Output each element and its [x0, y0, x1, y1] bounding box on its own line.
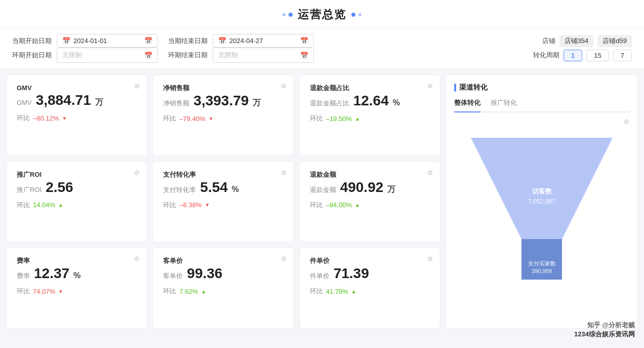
- arrow-up-promo-roi: ▲: [58, 202, 63, 208]
- change-value-avg-order: 7.62%: [179, 288, 198, 295]
- channel-tab-overall[interactable]: 整体转化: [454, 98, 480, 112]
- info-icon-promo-roi[interactable]: ⊘: [134, 169, 140, 176]
- info-icon-gmv[interactable]: ⊘: [134, 82, 140, 90]
- watermark: 知乎 @分析老贼 1234综合娱乐资讯网: [574, 321, 635, 339]
- metric-value-refund-amount: 490.92: [340, 179, 384, 196]
- metric-unit-refund-ratio: %: [393, 98, 400, 107]
- metric-value-pay-rate: 5.54: [200, 179, 228, 196]
- conversion-area: 转化周期 1 15 7: [523, 50, 632, 61]
- dot-2: [289, 13, 293, 17]
- arrow-up-unit-price: ▲: [351, 289, 356, 294]
- info-icon-refund-amount[interactable]: ⊘: [427, 169, 433, 176]
- metric-unit-net-sales: 万: [253, 98, 261, 108]
- metric-main-fee-rate: 费率 12.37 %: [17, 265, 137, 282]
- cycle-end-filter: 环期结束日期 无限制 📅: [168, 48, 314, 63]
- info-icon-unit-price[interactable]: ⊘: [427, 255, 433, 262]
- header-dots-left: [283, 13, 293, 17]
- change-value-promo-roi: 14.04%: [33, 201, 55, 209]
- arrow-down-gmv: ▼: [62, 115, 67, 121]
- start-date-label: 当期开始日期: [12, 36, 53, 46]
- store-area: 店铺 店铺354 店铺d59: [542, 35, 632, 47]
- store-tag-1[interactable]: 店铺354: [559, 35, 594, 47]
- metric-title-net-sales: 净销售额: [163, 84, 189, 92]
- metric-unit-refund-amount: 万: [387, 184, 395, 195]
- store-tag-2[interactable]: 店铺d59: [597, 35, 632, 47]
- watermark-line2: 1234综合娱乐资讯网: [574, 330, 635, 339]
- svg-text:访客数: 访客数: [532, 187, 552, 195]
- main-content: GMV ⊘ GMV 3,884.71 万 环比 –80.12% ▼ 净销售额 ⊘…: [0, 69, 644, 334]
- change-label-promo-roi: 环比: [17, 201, 30, 210]
- metric-sublabel-avg-order: 客单价: [163, 272, 183, 281]
- start-date-input[interactable]: 📅 2024-01-01 📅: [57, 34, 158, 48]
- channel-panel: 渠道转化 整体转化 推广转化 ⊘ 访客数 7,052,097 支付买家数: [446, 74, 638, 329]
- metric-change-avg-order: 环比 7.62% ▲: [163, 287, 283, 296]
- cycle-end-input[interactable]: 无限制 📅: [213, 48, 314, 63]
- metric-card-net-sales: 净销售额 ⊘ 净销售额 3,393.79 万 环比 –79.40% ▼: [152, 74, 294, 156]
- metric-sublabel-unit-price: 件单价: [310, 272, 330, 281]
- metric-change-unit-price: 环比 41.79% ▲: [310, 287, 430, 296]
- metric-value-promo-roi: 2.56: [46, 179, 73, 196]
- change-label-fee-rate: 环比: [17, 287, 30, 296]
- channel-title: 渠道转化: [454, 83, 629, 92]
- metric-value-fee-rate: 12.37: [34, 265, 69, 282]
- cycle-start-filter: 环期开始日期 无限制 📅: [12, 48, 158, 63]
- cycle-start-placeholder: 无限制: [62, 51, 141, 60]
- metric-title-promo-roi: 推广ROI: [17, 171, 42, 178]
- metric-main-gmv: GMV 3,884.71 万: [17, 92, 137, 108]
- cycle-start-input[interactable]: 无限制 📅: [57, 48, 158, 63]
- metric-value-unit-price: 71.39: [334, 265, 369, 282]
- metric-change-promo-roi: 环比 14.04% ▲: [17, 201, 137, 210]
- info-icon-avg-order[interactable]: ⊘: [281, 255, 287, 262]
- page-title: 运营总览: [298, 7, 346, 22]
- filter-row-2: 环期开始日期 无限制 📅 环期结束日期 无限制 📅 转化周期 1 15 7: [12, 48, 632, 63]
- metric-card-avg-order: 客单价 ⊘ 客单价 99.36 环比 7.62% ▲: [152, 247, 294, 329]
- end-date-input[interactable]: 📅 2024-04-27 📅: [213, 34, 314, 48]
- change-label-refund-amount: 环比: [310, 201, 323, 210]
- metric-value-gmv: 3,884.71: [36, 92, 91, 108]
- change-value-unit-price: 41.79%: [326, 288, 348, 295]
- metric-card-unit-price: 件单价 ⊘ 件单价 71.39 环比 41.79% ▲: [299, 247, 440, 329]
- change-label-avg-order: 环比: [163, 287, 176, 296]
- channel-tabs: 整体转化 推广转化: [454, 98, 629, 112]
- cycle-end-label: 环期结束日期: [168, 51, 209, 60]
- svg-text:390,959: 390,959: [532, 268, 552, 274]
- conversion-label: 转化周期: [533, 51, 559, 60]
- metric-change-fee-rate: 环比 74.07% ▼: [17, 287, 137, 296]
- metric-sublabel-refund-ratio: 退款金额占比: [310, 99, 349, 108]
- metric-value-avg-order: 99.36: [187, 265, 222, 282]
- svg-text:7,052,097: 7,052,097: [528, 198, 555, 205]
- metric-main-promo-roi: 推广ROI 2.56: [17, 179, 137, 196]
- conversion-btn-1[interactable]: 1: [564, 50, 582, 61]
- change-value-net-sales: –79.40%: [179, 115, 205, 123]
- conversion-btn-15[interactable]: 15: [586, 50, 609, 61]
- info-icon-fee-rate[interactable]: ⊘: [134, 255, 140, 262]
- watermark-line1: 知乎 @分析老贼: [574, 321, 635, 330]
- channel-tab-promo[interactable]: 推广转化: [491, 98, 517, 112]
- info-icon-net-sales[interactable]: ⊘: [281, 82, 287, 90]
- metric-main-unit-price: 件单价 71.39: [310, 265, 430, 282]
- arrow-down-fee-rate: ▼: [58, 289, 63, 294]
- header-dots-right: [351, 13, 361, 17]
- metric-card-pay-rate: 支付转化率 ⊘ 支付转化率 5.54 % 环比 –8.38% ▼: [152, 161, 294, 243]
- end-date-filter: 当期结束日期 📅 2024-04-27 📅: [168, 34, 314, 48]
- start-date-filter: 当期开始日期 📅 2024-01-01 📅: [12, 34, 158, 48]
- metric-main-avg-order: 客单价 99.36: [163, 265, 283, 282]
- metric-title-avg-order: 客单价: [163, 257, 183, 264]
- metric-title-refund-ratio: 退款金额占比: [310, 84, 349, 92]
- filter-row-1: 当期开始日期 📅 2024-01-01 📅 当期结束日期 📅 2024-04-2…: [12, 34, 632, 48]
- change-value-pay-rate: –8.38%: [179, 201, 202, 209]
- info-icon-refund-ratio[interactable]: ⊘: [427, 82, 433, 90]
- end-date-label: 当期结束日期: [168, 36, 209, 46]
- conversion-btn-7[interactable]: 7: [613, 50, 632, 61]
- funnel-svg: 访客数 7,052,097 支付买家数 390,959: [461, 128, 623, 320]
- info-icon-pay-rate[interactable]: ⊘: [281, 169, 287, 176]
- svg-text:支付买家数: 支付买家数: [528, 260, 556, 266]
- funnel-container: ⊘ 访客数 7,052,097 支付买家数 390,959: [454, 118, 629, 320]
- metric-sublabel-promo-roi: 推广ROI: [17, 185, 42, 195]
- store-label: 店铺: [542, 36, 555, 46]
- metric-main-refund-ratio: 退款金额占比 12.64 %: [310, 93, 430, 109]
- metric-sublabel-gmv: GMV: [17, 99, 32, 106]
- funnel-info-icon[interactable]: ⊘: [624, 118, 629, 125]
- change-label-pay-rate: 环比: [163, 201, 176, 210]
- calendar-icon-4: 📅: [300, 37, 308, 45]
